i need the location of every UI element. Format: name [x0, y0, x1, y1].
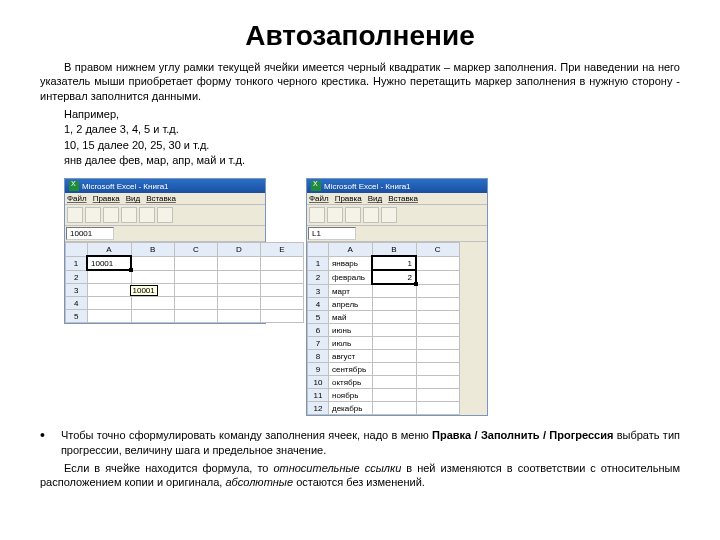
menu-item[interactable]: Правка — [93, 194, 120, 203]
cell[interactable]: 2 — [372, 270, 416, 284]
toolbar — [65, 205, 265, 226]
row-header[interactable]: 2 — [66, 270, 88, 284]
cell[interactable]: 1 — [372, 256, 416, 270]
toolbar-button[interactable] — [327, 207, 343, 223]
italic-term: абсолютные — [225, 476, 293, 488]
col-header[interactable]: D — [218, 243, 261, 257]
col-header[interactable]: E — [261, 243, 304, 257]
window-titlebar: Microsoft Excel - Книга1 — [307, 179, 487, 193]
window-title: Microsoft Excel - Книга1 — [82, 182, 169, 191]
window-titlebar: Microsoft Excel - Книга1 — [65, 179, 265, 193]
cell[interactable]: февраль — [329, 270, 373, 284]
menu-path-bold: Правка / Заполнить / Прогрессия — [432, 429, 613, 441]
intro-text: В правом нижнем углу рамки текущей ячейк… — [40, 60, 680, 103]
example-line: янв далее фев, мар, апр, май и т.д. — [64, 153, 680, 168]
cell[interactable]: декабрь — [329, 402, 373, 415]
name-box[interactable]: L1 — [308, 227, 356, 240]
example-line: 10, 15 далее 20, 25, 30 и т.д. — [64, 138, 680, 153]
toolbar-button[interactable] — [121, 207, 137, 223]
toolbar-button[interactable] — [363, 207, 379, 223]
window-title: Microsoft Excel - Книга1 — [324, 182, 411, 191]
cell[interactable]: март — [329, 284, 373, 298]
example-label: Например, — [64, 107, 680, 122]
cell-drag-target[interactable]: 10001 — [87, 270, 131, 284]
example-line: 1, 2 далее 3, 4, 5 и т.д. — [64, 122, 680, 137]
menubar: Файл Правка Вид Вставка — [307, 193, 487, 205]
examples-block: Например, 1, 2 далее 3, 4, 5 и т.д. 10, … — [64, 107, 680, 169]
cell[interactable]: май — [329, 311, 373, 324]
excel-icon — [69, 181, 79, 191]
cell[interactable]: сентябрь — [329, 363, 373, 376]
toolbar-button[interactable] — [103, 207, 119, 223]
menu-item[interactable]: Вставка — [146, 194, 176, 203]
col-header[interactable]: C — [175, 243, 218, 257]
cell[interactable]: ноябрь — [329, 389, 373, 402]
fill-tooltip: 10001 — [130, 285, 158, 296]
menu-item[interactable]: Файл — [309, 194, 329, 203]
cell[interactable]: июль — [329, 337, 373, 350]
cell[interactable]: апрель — [329, 298, 373, 311]
toolbar-button[interactable] — [67, 207, 83, 223]
col-header[interactable]: B — [372, 243, 416, 257]
toolbar-button[interactable] — [85, 207, 101, 223]
text: Чтобы точно сформулировать команду запол… — [61, 429, 432, 441]
bullet-icon: • — [40, 428, 45, 461]
cell[interactable]: 10001 — [87, 256, 131, 270]
toolbar-button[interactable] — [381, 207, 397, 223]
bullet-paragraph: • Чтобы точно сформулировать команду зап… — [40, 428, 680, 461]
cell[interactable]: октябрь — [329, 376, 373, 389]
menu-item[interactable]: Правка — [335, 194, 362, 203]
toolbar-button[interactable] — [345, 207, 361, 223]
excel-icon — [311, 181, 321, 191]
col-header[interactable]: A — [87, 243, 131, 257]
toolbar-button[interactable] — [309, 207, 325, 223]
spreadsheet-grid[interactable]: A B C D E 1 10001 2 10001 3 4 5 — [65, 242, 304, 323]
row-header[interactable]: 1 — [66, 256, 88, 270]
italic-term: относительные ссылки — [273, 462, 401, 474]
menu-item[interactable]: Вид — [368, 194, 382, 203]
toolbar-button[interactable] — [157, 207, 173, 223]
toolbar — [307, 205, 487, 226]
cell[interactable]: январь — [329, 256, 373, 270]
page-title: Автозаполнение — [40, 20, 680, 52]
col-header[interactable]: C — [416, 243, 460, 257]
cell[interactable]: июнь — [329, 324, 373, 337]
col-header[interactable]: A — [329, 243, 373, 257]
toolbar-button[interactable] — [139, 207, 155, 223]
footer-paragraph: Если в ячейке находится формула, то отно… — [40, 461, 680, 490]
excel-screenshot-1: Microsoft Excel - Книга1 Файл Правка Вид… — [64, 178, 266, 324]
menubar: Файл Правка Вид Вставка — [65, 193, 265, 205]
col-header[interactable]: B — [131, 243, 175, 257]
menu-item[interactable]: Файл — [67, 194, 87, 203]
cell[interactable]: август — [329, 350, 373, 363]
excel-screenshot-2: Microsoft Excel - Книга1 Файл Правка Вид… — [306, 178, 488, 416]
name-box[interactable]: 10001 — [66, 227, 114, 240]
menu-item[interactable]: Вставка — [388, 194, 418, 203]
menu-item[interactable]: Вид — [126, 194, 140, 203]
spreadsheet-grid[interactable]: A B C 1январь1 2февраль2 3март 4апрель 5… — [307, 242, 460, 415]
